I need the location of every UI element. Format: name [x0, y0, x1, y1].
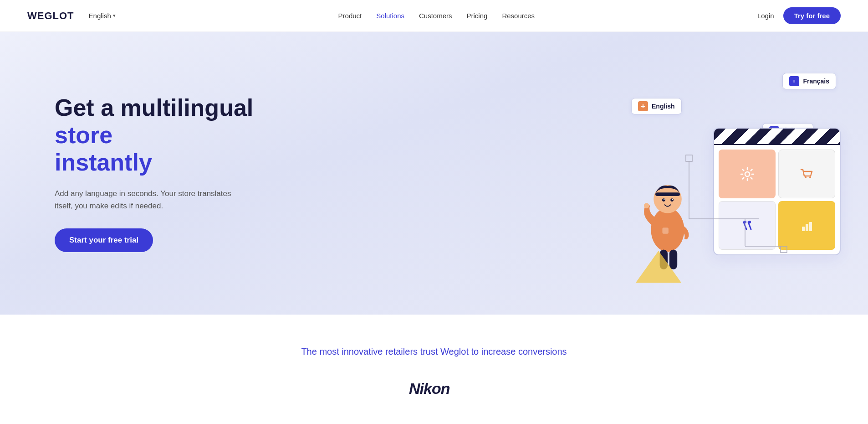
store-roof — [714, 129, 840, 145]
svg-rect-12 — [809, 222, 812, 231]
hero-title-highlight: store — [55, 122, 112, 148]
svg-point-18 — [670, 198, 674, 202]
hero-title: Get a multilingual storeinstantly — [55, 94, 282, 176]
floor-glow — [636, 251, 681, 283]
svg-point-8 — [744, 221, 746, 223]
hero-illustration: Français English 中文 ✓ — [613, 64, 841, 283]
hero-title-part2: instantly — [55, 149, 152, 176]
chevron-down-icon: ▾ — [113, 13, 116, 19]
hero-section: Get a multilingual storeinstantly Add an… — [0, 32, 868, 315]
svg-point-14 — [654, 185, 682, 213]
nav-links: Product Solutions Customers Pricing Reso… — [338, 12, 535, 20]
svg-text:Nikon: Nikon — [409, 380, 450, 397]
store-cell-chart — [778, 201, 835, 250]
nav-pricing[interactable]: Pricing — [467, 12, 488, 20]
store-cell-tools — [719, 201, 776, 250]
brand-logos: Nikon — [27, 379, 841, 401]
nav-left: WEGLOT English ▾ — [27, 10, 116, 22]
svg-point-19 — [672, 199, 673, 200]
svg-rect-23 — [662, 228, 668, 233]
nav-right: Login Try for free — [757, 7, 841, 24]
nav-customers[interactable]: Customers — [419, 12, 452, 20]
nikon-logo: Nikon — [407, 379, 461, 401]
english-badge: English — [631, 98, 682, 114]
svg-point-17 — [664, 199, 664, 200]
hero-title-part1: Get a multilingual — [55, 94, 253, 121]
nav-solutions[interactable]: Solutions — [376, 12, 404, 20]
svg-rect-11 — [806, 224, 808, 231]
store-panel — [713, 128, 841, 255]
svg-point-16 — [662, 198, 665, 202]
store-cell-settings — [719, 150, 776, 198]
selected-language: English — [89, 12, 111, 20]
svg-rect-10 — [802, 227, 805, 231]
svg-point-20 — [644, 203, 649, 208]
try-free-button[interactable]: Try for free — [783, 7, 841, 24]
french-label: Français — [803, 78, 829, 85]
nav-resources[interactable]: Resources — [502, 12, 535, 20]
svg-point-5 — [809, 176, 811, 178]
store-grid — [714, 145, 840, 254]
french-badge-icon — [789, 76, 799, 86]
logo[interactable]: WEGLOT — [27, 10, 74, 22]
trust-section: The most innovative retailers trust Wegl… — [0, 315, 868, 424]
store-cell-cart — [778, 150, 835, 198]
hero-content: Get a multilingual storeinstantly Add an… — [55, 94, 282, 252]
trust-subtitle: The most innovative retailers trust Wegl… — [27, 346, 841, 357]
start-trial-button[interactable]: Start your free trial — [55, 228, 153, 252]
language-selector[interactable]: English ▾ — [89, 12, 116, 20]
english-badge-icon — [638, 101, 648, 111]
english-label: English — [652, 103, 675, 110]
svg-point-3 — [745, 172, 750, 176]
svg-point-4 — [805, 176, 807, 178]
login-button[interactable]: Login — [757, 12, 774, 20]
french-badge: Français — [782, 73, 836, 89]
navbar: WEGLOT English ▾ Product Solutions Custo… — [0, 0, 868, 32]
svg-rect-15 — [655, 192, 680, 196]
hero-description: Add any language in seconds. Your store … — [55, 187, 246, 212]
nav-product[interactable]: Product — [338, 12, 362, 20]
svg-point-9 — [748, 221, 751, 223]
